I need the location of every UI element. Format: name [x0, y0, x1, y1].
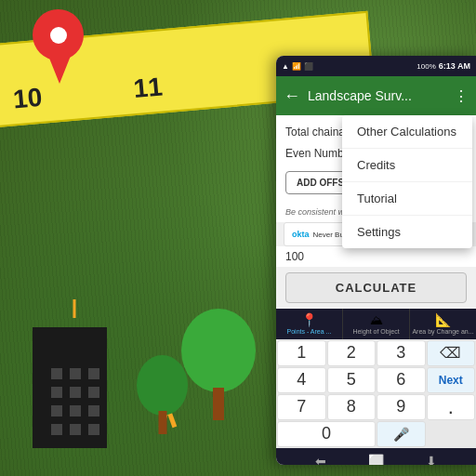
tab-height-object[interactable]: ⛰ Height of Object	[343, 309, 410, 339]
window	[51, 405, 62, 416]
status-time: 6:13 AM	[439, 61, 470, 71]
tab-points-label: Points - Area ...	[287, 328, 332, 336]
building-antenna	[73, 299, 76, 318]
window	[51, 387, 62, 398]
key-1[interactable]: 1	[277, 340, 326, 366]
key-0[interactable]: 0	[277, 421, 376, 447]
tree-small	[135, 355, 191, 434]
system-recent-button[interactable]: ⬇	[426, 454, 437, 465]
key-dot[interactable]: .	[427, 394, 476, 420]
tab-area-icon: 📐	[435, 312, 451, 327]
pin-circle	[33, 9, 84, 60]
tree-trunk-small	[159, 411, 167, 434]
ruler-number-10: 10	[12, 83, 44, 115]
tree-top-small	[137, 355, 188, 416]
key-3[interactable]: 3	[377, 340, 426, 366]
pin-hole	[50, 27, 67, 44]
tab-points-icon: 📍	[301, 312, 317, 327]
window	[88, 387, 99, 398]
top-navigation: ← Landscape Surv... ⋮	[276, 76, 476, 115]
window	[70, 387, 81, 398]
status-icons-left: ▲ 📶 ⬛	[282, 62, 313, 71]
key-8[interactable]: 8	[327, 394, 377, 420]
pin-tail	[48, 56, 71, 84]
window	[51, 424, 62, 435]
building-main	[33, 327, 107, 448]
calculate-button[interactable]: CALCULATE	[285, 272, 467, 303]
window	[51, 368, 62, 379]
window	[88, 405, 99, 416]
ad-logo: okta	[292, 230, 310, 239]
dropdown-item-tutorial[interactable]: Tutorial	[342, 182, 472, 216]
status-bar: ▲ 📶 ⬛ 100% 6:13 AM	[276, 56, 476, 76]
key-6[interactable]: 6	[377, 367, 426, 393]
key-5[interactable]: 5	[327, 367, 377, 393]
window	[70, 405, 81, 416]
keypad: 1 2 3 ⌫ 4 5 6 Next 7 8 9 . 0 🎤	[276, 339, 476, 448]
number-display: 100	[276, 246, 476, 267]
dropdown-item-credits[interactable]: Credits	[342, 149, 472, 182]
dropdown-menu: Other Calculations Credits Tutorial Sett…	[342, 115, 472, 248]
key-7[interactable]: 7	[277, 394, 326, 420]
key-mic[interactable]: 🎤	[377, 421, 426, 447]
tree-top-large	[181, 309, 256, 392]
window	[70, 424, 81, 435]
tab-height-label: Height of Object	[352, 328, 399, 336]
dropdown-item-settings[interactable]: Settings	[342, 216, 472, 248]
tree-trunk-large	[213, 388, 224, 420]
window	[88, 424, 99, 435]
key-next[interactable]: Next	[427, 367, 476, 393]
key-backspace[interactable]: ⌫	[427, 340, 476, 366]
system-navigation-bar: ⬅ ⬜ ⬇	[276, 448, 476, 465]
window	[88, 368, 99, 379]
battery-label: 100%	[416, 62, 435, 71]
tab-height-icon: ⛰	[370, 312, 383, 327]
calculate-btn-row: CALCULATE	[276, 267, 476, 309]
nav-title: Landscape Surv...	[308, 88, 454, 103]
phone-overlay: ▲ 📶 ⬛ 100% 6:13 AM ← Landscape Surv... ⋮…	[276, 56, 476, 465]
tab-area-change[interactable]: 📐 Area by Change an...	[410, 309, 476, 339]
key-9[interactable]: 9	[377, 394, 426, 420]
ruler-number-11: 11	[132, 72, 164, 104]
building-windows	[51, 368, 103, 439]
wifi-icon: 📶	[292, 62, 301, 71]
system-home-button[interactable]: ⬜	[368, 454, 384, 465]
bottom-tabs: 📍 Points - Area ... ⛰ Height of Object 📐…	[276, 309, 476, 339]
window	[70, 368, 81, 379]
building-silhouette	[19, 299, 130, 448]
location-pin	[28, 9, 88, 84]
tab-points-area[interactable]: 📍 Points - Area ...	[276, 309, 343, 339]
key-2[interactable]: 2	[327, 340, 377, 366]
dropdown-item-other-calculations[interactable]: Other Calculations	[342, 115, 472, 149]
menu-icon[interactable]: ⋮	[454, 87, 469, 105]
bluetooth-icon: ⬛	[304, 62, 313, 71]
system-back-button[interactable]: ⬅	[315, 454, 326, 465]
back-button[interactable]: ←	[284, 86, 300, 106]
number-value: 100	[285, 250, 304, 263]
key-4[interactable]: 4	[277, 367, 326, 393]
status-icons-right: 100% 6:13 AM	[416, 61, 470, 71]
tab-area-label: Area by Change an...	[412, 328, 473, 336]
signal-icon: ▲	[282, 62, 289, 71]
